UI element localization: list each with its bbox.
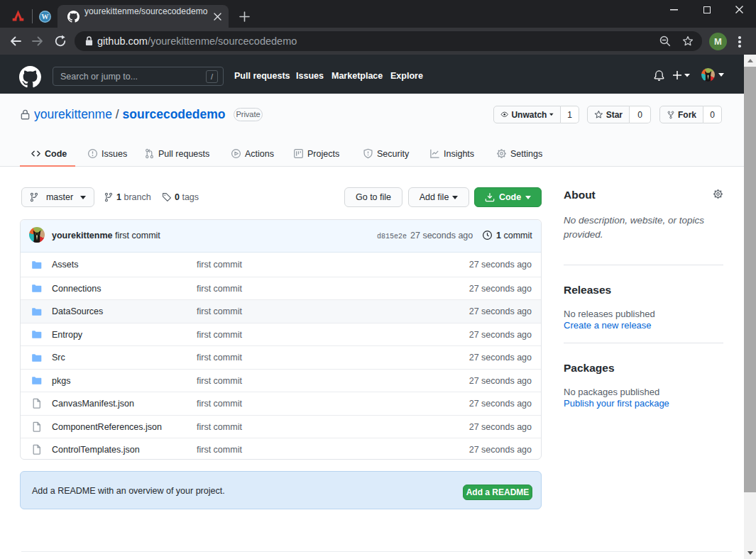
svg-text:W: W	[41, 13, 49, 21]
